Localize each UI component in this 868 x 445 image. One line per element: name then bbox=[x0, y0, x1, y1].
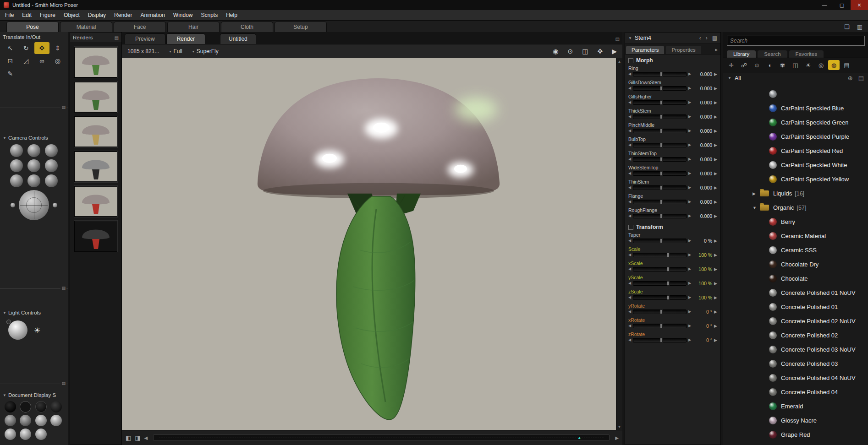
scroll-up-icon[interactable]: ▲ bbox=[618, 60, 621, 64]
parameter-menu-icon[interactable] bbox=[714, 309, 717, 314]
materials-category-icon[interactable]: ◍ bbox=[828, 60, 840, 70]
wireframe-style-icon[interactable] bbox=[35, 401, 47, 412]
parameter-value[interactable]: 100 % bbox=[693, 295, 712, 300]
viewport-vertical-scrollbar[interactable]: ▲ ▼ bbox=[616, 58, 622, 430]
parameter-value[interactable]: 0.000 bbox=[693, 142, 712, 148]
panel-collapse-icon[interactable]: ▤ bbox=[60, 105, 66, 109]
minimize-button[interactable]: — bbox=[816, 0, 833, 10]
slider-knob[interactable] bbox=[660, 157, 663, 162]
increment-arrow-icon[interactable] bbox=[688, 71, 691, 77]
slider-knob[interactable] bbox=[667, 281, 670, 286]
library-root-label[interactable]: All bbox=[735, 75, 741, 81]
parameter-slider[interactable] bbox=[633, 239, 687, 243]
parameter-value[interactable]: 0.000 bbox=[693, 114, 712, 119]
slider-knob[interactable] bbox=[660, 309, 663, 314]
parameter-menu-icon[interactable] bbox=[714, 72, 717, 76]
increment-arrow-icon[interactable] bbox=[688, 114, 691, 119]
menu-item[interactable]: Render bbox=[110, 10, 136, 20]
prev-actor-icon[interactable]: ‹ bbox=[699, 35, 701, 41]
library-item[interactable]: Ceramic Material bbox=[723, 229, 868, 243]
expander-icon[interactable]: ▶ bbox=[753, 191, 760, 196]
face-camera-icon[interactable] bbox=[10, 159, 23, 172]
increment-arrow-icon[interactable] bbox=[688, 213, 691, 219]
hands-category-icon[interactable]: ✾ bbox=[777, 60, 788, 70]
viewport-horizontal-scrollbar[interactable]: ▲ bbox=[153, 434, 610, 441]
render-thumbnail[interactable] bbox=[74, 221, 117, 252]
menu-item[interactable]: Object bbox=[60, 10, 84, 20]
library-tab[interactable]: Library bbox=[727, 50, 756, 58]
hair-category-icon[interactable]: ◖ bbox=[764, 60, 775, 70]
parameter-slider[interactable] bbox=[633, 86, 687, 91]
parameter-value[interactable]: 0.000 bbox=[693, 128, 712, 134]
poses-category-icon[interactable]: ☍ bbox=[738, 60, 750, 70]
library-item[interactable]: Concrete Polished 04 NoUV bbox=[723, 371, 868, 385]
parameter-slider[interactable] bbox=[633, 200, 687, 204]
menu-item[interactable]: Edit bbox=[18, 10, 36, 20]
expressions-category-icon[interactable]: ☺ bbox=[751, 60, 763, 70]
menu-item[interactable]: Window bbox=[169, 10, 197, 20]
panel-collapse-icon[interactable]: ▤ bbox=[60, 381, 66, 385]
parameter-slider[interactable] bbox=[633, 157, 687, 162]
parameter-menu-icon[interactable] bbox=[714, 86, 717, 91]
menu-item[interactable]: Animation bbox=[136, 10, 169, 20]
outline-style-icon[interactable] bbox=[20, 401, 31, 412]
selected-actor-name[interactable]: Stem4 bbox=[635, 35, 651, 41]
library-list-icon[interactable]: ▤ bbox=[858, 75, 864, 81]
camera-plane-icon[interactable] bbox=[10, 174, 23, 187]
library-item[interactable]: Concrete Polished 01 bbox=[723, 300, 868, 314]
library-item[interactable]: CarPaint Speckled Purple bbox=[723, 130, 868, 144]
decrement-arrow-icon[interactable] bbox=[628, 171, 631, 176]
image-full-icon[interactable]: ◨ bbox=[135, 434, 140, 441]
parameter-menu-icon[interactable] bbox=[714, 129, 717, 133]
library-item[interactable]: CarPaint Speckled Red bbox=[723, 144, 868, 158]
slider-knob[interactable] bbox=[660, 129, 663, 133]
increment-arrow-icon[interactable] bbox=[688, 309, 691, 315]
parameter-value[interactable]: 0.000 bbox=[693, 100, 712, 105]
library-item[interactable]: CarPaint Speckled Green bbox=[723, 115, 868, 130]
parameter-menu-icon[interactable] bbox=[714, 338, 717, 342]
tab-overflow-icon[interactable]: ▸ bbox=[712, 47, 720, 54]
menu-item[interactable]: Help bbox=[222, 10, 242, 20]
scale-tool-icon[interactable]: ⊡ bbox=[3, 55, 18, 67]
decrement-arrow-icon[interactable] bbox=[628, 100, 631, 105]
parameter-menu-icon[interactable] bbox=[714, 143, 717, 147]
room-tab[interactable]: Material bbox=[60, 22, 112, 32]
collapse-triangle-icon[interactable]: ▼ bbox=[3, 136, 6, 140]
slider-knob[interactable] bbox=[667, 295, 670, 300]
textureshaded-style-icon[interactable] bbox=[35, 429, 47, 440]
slider-knob[interactable] bbox=[660, 185, 663, 190]
library-item[interactable]: CarPaint Speckled Yellow bbox=[723, 172, 868, 186]
slider-knob[interactable] bbox=[660, 143, 663, 147]
library-item[interactable] bbox=[723, 87, 868, 101]
decrement-arrow-icon[interactable] bbox=[628, 309, 631, 315]
parameter-slider[interactable] bbox=[633, 72, 687, 76]
parameters-tab[interactable]: Parameters bbox=[626, 46, 664, 54]
increment-arrow-icon[interactable] bbox=[688, 295, 691, 300]
parameter-value[interactable]: 0 % bbox=[693, 238, 712, 244]
library-item[interactable]: Concrete Polished 02 bbox=[723, 328, 868, 342]
render-thumbnail[interactable] bbox=[74, 81, 117, 113]
library-tab[interactable]: Favorites bbox=[789, 50, 824, 58]
scroll-left-icon[interactable]: ◀ bbox=[144, 435, 148, 440]
camera-rotate-icon[interactable] bbox=[27, 174, 40, 187]
pan-hand-icon[interactable]: ✥ bbox=[597, 48, 603, 55]
translate-inout-tool-icon[interactable]: ⇕ bbox=[50, 42, 66, 54]
render-thumbnail[interactable] bbox=[74, 151, 117, 182]
parameter-menu-icon[interactable] bbox=[714, 185, 717, 190]
library-item[interactable]: CarPaint Speckled Blue bbox=[723, 101, 868, 115]
parameter-slider[interactable] bbox=[633, 171, 687, 176]
menu-item[interactable]: File bbox=[1, 10, 18, 20]
parameter-slider[interactable] bbox=[633, 214, 687, 218]
comment-icon[interactable]: ❏ bbox=[844, 23, 850, 30]
props-category-icon[interactable]: ◫ bbox=[790, 60, 801, 70]
camera-flyaround-icon[interactable] bbox=[10, 144, 23, 157]
parameter-value[interactable]: 0.000 bbox=[693, 213, 712, 219]
parameter-value[interactable]: 0 ° bbox=[693, 323, 712, 329]
parameter-value[interactable]: 100 % bbox=[693, 252, 712, 258]
library-item[interactable]: Concrete Polished 04 bbox=[723, 385, 868, 399]
library-item[interactable]: Chocolate bbox=[723, 271, 868, 286]
render-camera-icon[interactable]: ◉ bbox=[553, 48, 558, 55]
morphing-tool-icon[interactable]: ✎ bbox=[3, 68, 18, 80]
panel-menu-icon[interactable]: ▤ bbox=[115, 35, 119, 40]
section-box-icon[interactable] bbox=[628, 225, 633, 230]
